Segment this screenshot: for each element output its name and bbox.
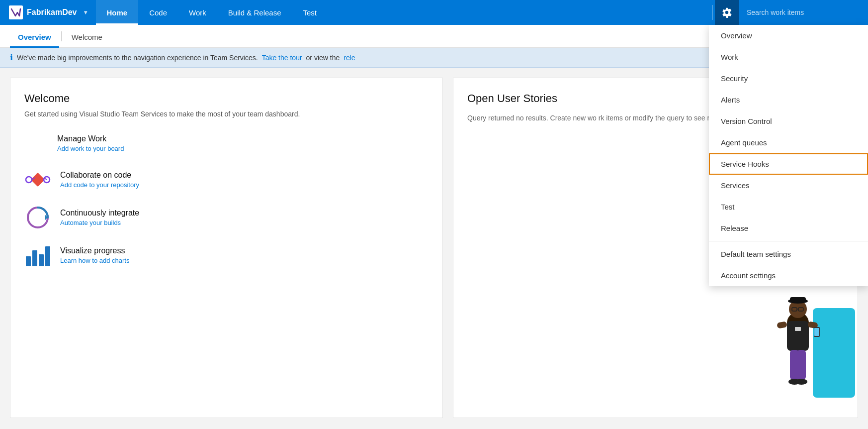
nav-link-home[interactable]: Home: [96, 0, 139, 25]
visualize-text: Visualize progress Learn how to add char…: [60, 246, 129, 264]
svg-rect-16: [787, 321, 809, 351]
svg-rect-23: [797, 350, 806, 380]
info-icon: ℹ: [10, 53, 13, 62]
dropdown-item-test[interactable]: Test: [709, 196, 868, 217]
dropdown-item-service-hooks[interactable]: Service Hooks: [709, 153, 868, 175]
nav-links: Home Code Work Build & Release Test: [96, 0, 711, 25]
welcome-card-subtitle: Get started using Visual Studio Team Ser…: [24, 109, 429, 119]
card-item-collaborate: Collaborate on code Add code to your rep…: [24, 166, 429, 193]
svg-rect-17: [795, 327, 801, 331]
ci-text: Continuously integrate Automate your bui…: [60, 209, 139, 226]
settings-dropdown-menu: Overview Work Security Alerts Version Co…: [709, 25, 868, 286]
collaborate-link[interactable]: Add code to your repository: [60, 181, 139, 189]
top-nav: FabrikamDev ▾ Home Code Work Build & Rel…: [0, 0, 868, 25]
manage-work-title: Manage Work: [57, 134, 124, 143]
dropdown-item-release[interactable]: Release: [709, 217, 868, 239]
manage-work-link[interactable]: Add work to your board: [57, 145, 124, 152]
svg-point-25: [795, 379, 807, 385]
card-item-visualize: Visualize progress Learn how to add char…: [24, 242, 429, 269]
release-notes-link[interactable]: rele: [344, 54, 355, 62]
brand-logo[interactable]: FabrikamDev ▾: [0, 0, 96, 25]
collaborate-title: Collaborate on code: [60, 171, 139, 180]
settings-gear-button[interactable]: [715, 0, 739, 25]
dropdown-item-account-settings[interactable]: Account settings: [709, 265, 868, 286]
welcome-card-title: Welcome: [24, 92, 429, 105]
ci-link[interactable]: Automate your builds: [60, 219, 139, 226]
svg-rect-1: [31, 173, 45, 187]
search-box[interactable]: Search work items: [739, 0, 868, 25]
visualize-icon: [24, 242, 51, 269]
nav-link-code[interactable]: Code: [138, 0, 178, 25]
tab-overview[interactable]: Overview: [10, 27, 59, 48]
info-or-text: or view the: [306, 54, 340, 62]
take-the-tour-link[interactable]: Take the tour: [262, 54, 302, 62]
dropdown-item-alerts[interactable]: Alerts: [709, 89, 868, 110]
nav-link-test[interactable]: Test: [292, 0, 328, 25]
nav-separator: [712, 5, 713, 20]
svg-point-2: [26, 177, 32, 183]
tab-separator: [61, 31, 62, 41]
ci-title: Continuously integrate: [60, 209, 139, 217]
charts-icon: [26, 243, 50, 267]
nav-link-build-release[interactable]: Build & Release: [217, 0, 292, 25]
dropdown-item-security[interactable]: Security: [709, 68, 868, 89]
dropdown-divider: [709, 241, 868, 241]
brand-dropdown-arrow[interactable]: ▾: [84, 9, 87, 16]
info-message: We've made big improvements to the navig…: [17, 54, 258, 62]
brand-name: FabrikamDev: [27, 8, 77, 17]
manage-work-text: Manage Work Add work to your board: [57, 134, 124, 152]
dropdown-item-services[interactable]: Services: [709, 175, 868, 196]
nav-link-work[interactable]: Work: [178, 0, 217, 25]
visualize-link[interactable]: Learn how to add charts: [60, 257, 129, 264]
dropdown-item-agent-queues[interactable]: Agent queues: [709, 132, 868, 153]
stories-illustration: [758, 268, 858, 418]
svg-rect-18: [777, 321, 787, 328]
dropdown-item-work[interactable]: Work: [709, 46, 868, 68]
tab-welcome[interactable]: Welcome: [64, 27, 110, 48]
card-item-ci: Continuously integrate Automate your bui…: [24, 204, 429, 231]
dropdown-item-version-control[interactable]: Version Control: [709, 110, 868, 132]
ci-icon: [24, 204, 51, 231]
collaborate-text: Collaborate on code Add code to your rep…: [60, 171, 139, 189]
collaborate-icon: [24, 166, 51, 193]
svg-rect-8: [813, 308, 855, 398]
svg-rect-15: [790, 297, 806, 302]
dropdown-item-default-team-settings[interactable]: Default team settings: [709, 243, 868, 265]
dropdown-item-overview[interactable]: Overview: [709, 25, 868, 46]
card-item-manage-work: Manage Work Add work to your board: [24, 131, 429, 155]
search-placeholder: Search work items: [747, 8, 804, 16]
welcome-card: Welcome Get started using Visual Studio …: [10, 78, 443, 418]
manage-work-icon: [24, 131, 48, 155]
visualize-title: Visualize progress: [60, 246, 129, 255]
svg-rect-21: [814, 328, 819, 336]
svg-rect-0: [9, 5, 23, 19]
